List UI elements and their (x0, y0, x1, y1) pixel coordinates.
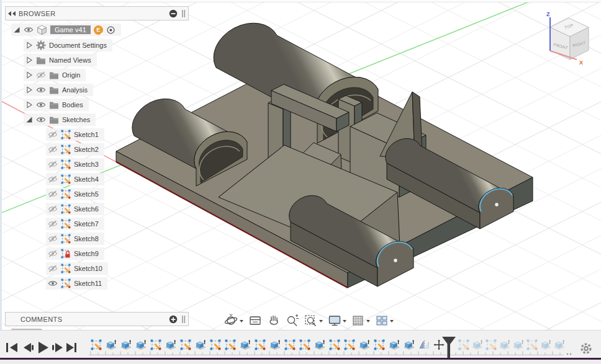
tree-item-label[interactable]: Sketches (62, 116, 90, 123)
tree-item-label[interactable]: Sketch8 (74, 235, 99, 242)
tree-item-sketches[interactable]: Sketches (24, 113, 96, 126)
tree-item-sketch4[interactable]: Sketch4 (46, 173, 104, 185)
collapsed-arrow-icon[interactable] (25, 101, 33, 109)
tree-item-named-views[interactable]: Named Views (24, 54, 97, 66)
add-comment-icon[interactable] (169, 315, 178, 324)
visibility-eye-off-icon[interactable] (48, 190, 58, 198)
tree-item-sketch9[interactable]: Sketch9 (46, 247, 104, 260)
collapsed-arrow-icon[interactable] (25, 71, 33, 79)
timeline-ruler[interactable] (89, 352, 564, 355)
viewports-button[interactable] (374, 312, 395, 329)
sketch-icon (61, 264, 71, 273)
tree-item-sketch8[interactable]: Sketch8 (46, 233, 104, 245)
sketch-icon (61, 159, 71, 169)
tree-item-label[interactable]: Sketch3 (74, 161, 99, 168)
tree-item-bodies[interactable]: Bodies (24, 99, 89, 111)
collapsed-arrow-icon[interactable] (25, 56, 33, 64)
remove-panel-icon[interactable] (169, 9, 178, 18)
visibility-eye-off-icon[interactable] (48, 220, 58, 228)
sketch-icon (61, 204, 71, 214)
timeline-bar (0, 330, 601, 358)
zoom-window-button[interactable] (303, 312, 324, 329)
comments-panel-header[interactable]: COMMENTS (5, 312, 189, 326)
collapsed-arrow-icon[interactable] (25, 42, 33, 49)
visibility-eye-icon[interactable] (36, 101, 46, 109)
timeline-feature-icons[interactable] (91, 340, 564, 350)
step-forward-button[interactable] (52, 343, 63, 352)
visibility-eye-off-icon[interactable] (48, 265, 58, 272)
visibility-eye-off-icon[interactable] (48, 250, 58, 257)
visibility-eye-off-icon[interactable] (48, 175, 58, 183)
look-at-button[interactable] (247, 312, 263, 329)
edit-in-place-badge[interactable]: E (94, 25, 103, 35)
grid-and-snaps-button[interactable] (350, 312, 371, 329)
tree-item-sketch11[interactable]: Sketch11 (46, 277, 107, 290)
tree-item-label[interactable]: Sketch11 (74, 280, 102, 287)
visibility-eye-off-icon[interactable] (48, 131, 58, 138)
tree-item-label[interactable]: Sketch9 (74, 250, 99, 257)
display-settings-button[interactable] (327, 312, 348, 329)
viewcube[interactable]: TOP FRONT RIGHT Z X (546, 11, 589, 66)
caret-down-icon[interactable] (319, 313, 323, 329)
tree-item-label[interactable]: Sketch2 (74, 146, 99, 153)
tree-item-game[interactable]: Game v41 E (11, 24, 121, 36)
tree-item-label[interactable]: Bodies (62, 101, 83, 109)
tree-item-analysis[interactable]: Analysis (24, 84, 93, 96)
pan-button[interactable] (266, 312, 282, 329)
tree-item-label[interactable]: Document Settings (49, 42, 107, 49)
visibility-eye-icon[interactable] (36, 86, 46, 94)
expanded-arrow-icon[interactable] (25, 116, 33, 123)
visibility-eye-off-icon[interactable] (36, 71, 46, 79)
tree-item-document-settings[interactable]: Document Settings (24, 39, 112, 51)
visibility-eye-icon[interactable] (24, 26, 34, 33)
model-body[interactable] (116, 23, 533, 288)
caret-down-icon[interactable] (239, 313, 244, 329)
tree-item-label[interactable]: Sketch4 (74, 175, 99, 183)
tree-item-sketch1[interactable]: Sketch1 (46, 128, 104, 141)
visibility-eye-off-icon[interactable] (48, 205, 58, 213)
timeline-settings-gear-icon[interactable] (582, 344, 590, 353)
tree-item-label[interactable]: Sketch7 (74, 220, 99, 228)
panel-resize-handle[interactable] (181, 9, 186, 18)
go-to-end-button[interactable] (66, 343, 76, 352)
tree-item-sketch7[interactable]: Sketch7 (46, 218, 104, 230)
caret-down-icon[interactable] (366, 313, 371, 329)
sketch-point[interactable] (495, 203, 499, 207)
collapsed-arrow-icon[interactable] (25, 86, 33, 94)
tree-item-origin[interactable]: Origin (24, 69, 86, 81)
orbit-button[interactable] (224, 312, 245, 329)
expanded-arrow-icon[interactable] (13, 26, 20, 33)
activate-target-icon[interactable] (106, 25, 115, 35)
tree-item-label[interactable]: Sketch10 (74, 265, 102, 272)
visibility-eye-off-icon[interactable] (48, 161, 58, 168)
caret-down-icon[interactable] (389, 313, 394, 329)
tree-item-sketch5[interactable]: Sketch5 (46, 188, 104, 200)
tree-item-sketch6[interactable]: Sketch6 (46, 203, 104, 215)
visibility-eye-off-icon[interactable] (48, 235, 58, 242)
browser-panel-header[interactable]: BROWSER (5, 6, 189, 20)
visibility-eye-icon[interactable] (36, 116, 46, 123)
tree-item-label[interactable]: Sketch5 (74, 190, 99, 198)
tree-item-label[interactable]: Sketch1 (74, 131, 99, 138)
step-back-button[interactable] (24, 343, 34, 352)
tree-item-label[interactable]: Sketch6 (74, 205, 99, 213)
tree-item-sketch2[interactable]: Sketch2 (46, 143, 104, 156)
folder-icon (49, 71, 59, 79)
tree-item-sketch3[interactable]: Sketch3 (46, 158, 104, 171)
visibility-eye-icon[interactable] (48, 280, 58, 287)
tree-item-label[interactable]: Analysis (62, 86, 88, 94)
panel-resize-handle[interactable] (181, 315, 186, 324)
zoom-button[interactable] (284, 312, 300, 329)
collapse-browser-icon[interactable] (7, 10, 17, 17)
tree-item-sketch10[interactable]: Sketch10 (46, 262, 108, 275)
visibility-eye-off-icon[interactable] (48, 146, 58, 153)
timeline-position-marker[interactable] (442, 337, 456, 358)
sketch-point[interactable] (394, 259, 398, 263)
caret-down-icon[interactable] (342, 313, 347, 329)
window-top-edge (0, 0, 601, 2)
go-to-start-button[interactable] (6, 343, 17, 352)
play-button[interactable] (38, 342, 48, 353)
tree-item-label[interactable]: Game v41 (50, 25, 91, 34)
tree-item-label[interactable]: Named Views (49, 56, 91, 64)
tree-item-label[interactable]: Origin (62, 71, 80, 79)
